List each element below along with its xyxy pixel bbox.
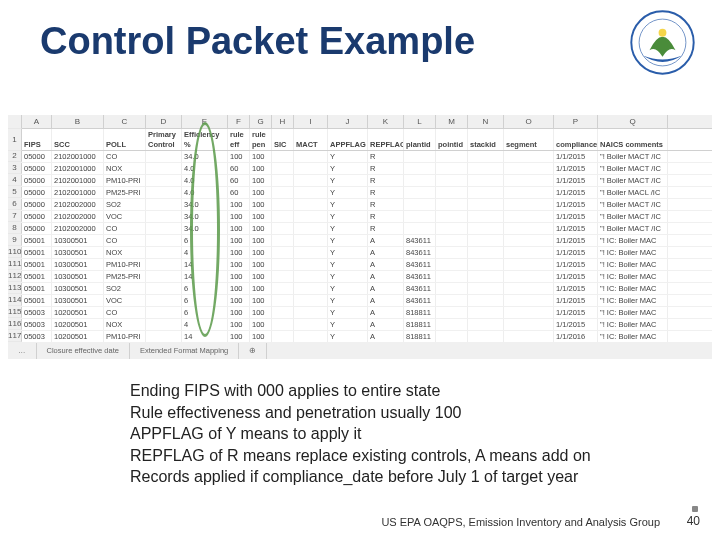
cell[interactable] bbox=[272, 223, 294, 234]
cell[interactable] bbox=[146, 187, 182, 198]
cell[interactable]: "! Boiler MACT /IC bbox=[598, 151, 668, 162]
cell[interactable]: CO bbox=[104, 223, 146, 234]
cell[interactable]: 2102002000 bbox=[52, 223, 104, 234]
cell[interactable]: Y bbox=[328, 307, 368, 318]
sheet-tab[interactable]: … bbox=[8, 343, 37, 359]
cell[interactable] bbox=[294, 199, 328, 210]
cell[interactable] bbox=[504, 295, 554, 306]
cell[interactable]: 34.0 bbox=[182, 199, 228, 210]
cell[interactable]: R bbox=[368, 151, 404, 162]
cell[interactable]: 05003 bbox=[22, 307, 52, 318]
cell[interactable]: 34.0 bbox=[182, 151, 228, 162]
cell[interactable]: 100 bbox=[228, 307, 250, 318]
cell[interactable]: 34.0 bbox=[182, 223, 228, 234]
sheet-tab[interactable]: Closure effective date bbox=[37, 343, 130, 359]
cell[interactable] bbox=[294, 271, 328, 282]
cell[interactable] bbox=[468, 199, 504, 210]
cell[interactable]: Y bbox=[328, 223, 368, 234]
cell[interactable]: 6 bbox=[182, 295, 228, 306]
header-cell[interactable]: MACT bbox=[294, 129, 328, 150]
cell[interactable]: 1/1/2015 bbox=[554, 307, 598, 318]
row-number[interactable]: 3 bbox=[8, 163, 22, 174]
cell[interactable]: 100 bbox=[228, 235, 250, 246]
cell[interactable]: 1/1/2015 bbox=[554, 319, 598, 330]
cell[interactable] bbox=[504, 331, 554, 342]
cell[interactable]: 100 bbox=[228, 259, 250, 270]
cell[interactable] bbox=[272, 235, 294, 246]
cell[interactable] bbox=[404, 163, 436, 174]
cell[interactable]: 100 bbox=[228, 199, 250, 210]
cell[interactable]: 1/1/2015 bbox=[554, 247, 598, 258]
cell[interactable]: 2102001000 bbox=[52, 163, 104, 174]
cell[interactable]: 100 bbox=[250, 319, 272, 330]
cell[interactable] bbox=[504, 235, 554, 246]
row-number[interactable]: 113 bbox=[8, 283, 22, 294]
cell[interactable]: A bbox=[368, 283, 404, 294]
cell[interactable] bbox=[436, 211, 468, 222]
cell[interactable] bbox=[294, 295, 328, 306]
cell[interactable]: Y bbox=[328, 319, 368, 330]
cell[interactable]: A bbox=[368, 295, 404, 306]
cell[interactable]: Y bbox=[328, 151, 368, 162]
cell[interactable]: 05000 bbox=[22, 199, 52, 210]
cell[interactable] bbox=[294, 259, 328, 270]
cell[interactable] bbox=[272, 199, 294, 210]
cell[interactable] bbox=[146, 163, 182, 174]
col-letter[interactable]: L bbox=[404, 115, 436, 128]
cell[interactable]: 10200501 bbox=[52, 307, 104, 318]
cell[interactable] bbox=[468, 319, 504, 330]
col-letter[interactable]: N bbox=[468, 115, 504, 128]
cell[interactable]: SO2 bbox=[104, 283, 146, 294]
col-letter[interactable]: K bbox=[368, 115, 404, 128]
cell[interactable]: 100 bbox=[250, 283, 272, 294]
cell[interactable]: R bbox=[368, 163, 404, 174]
cell[interactable]: "! Boiler MACL /IC bbox=[598, 187, 668, 198]
cell[interactable]: 1/1/2015 bbox=[554, 211, 598, 222]
header-cell[interactable]: POLL bbox=[104, 129, 146, 150]
cell[interactable] bbox=[294, 307, 328, 318]
cell[interactable]: PM10-PRI bbox=[104, 331, 146, 342]
cell[interactable]: 2102001000 bbox=[52, 187, 104, 198]
cell[interactable]: 10300501 bbox=[52, 235, 104, 246]
cell[interactable]: "! IC: Boiler MAC bbox=[598, 331, 668, 342]
cell[interactable] bbox=[504, 187, 554, 198]
cell[interactable]: 05000 bbox=[22, 175, 52, 186]
col-letter[interactable]: P bbox=[554, 115, 598, 128]
cell[interactable] bbox=[294, 247, 328, 258]
cell[interactable]: 100 bbox=[250, 175, 272, 186]
sheet-tab[interactable]: Extended Format Mapping bbox=[130, 343, 239, 359]
header-cell[interactable]: NAICS comments bbox=[598, 129, 668, 150]
cell[interactable]: PM25-PRI bbox=[104, 271, 146, 282]
cell[interactable]: 100 bbox=[228, 223, 250, 234]
cell[interactable]: 05003 bbox=[22, 319, 52, 330]
cell[interactable] bbox=[272, 283, 294, 294]
cell[interactable] bbox=[468, 247, 504, 258]
cell[interactable]: Y bbox=[328, 247, 368, 258]
cell[interactable] bbox=[404, 211, 436, 222]
cell[interactable] bbox=[294, 187, 328, 198]
cell[interactable] bbox=[272, 271, 294, 282]
cell[interactable]: 100 bbox=[228, 271, 250, 282]
cell[interactable]: "! IC: Boiler MAC bbox=[598, 259, 668, 270]
cell[interactable] bbox=[504, 319, 554, 330]
cell[interactable]: R bbox=[368, 199, 404, 210]
cell[interactable]: 60 bbox=[228, 163, 250, 174]
cell[interactable]: Y bbox=[328, 175, 368, 186]
cell[interactable] bbox=[436, 163, 468, 174]
cell[interactable]: 05000 bbox=[22, 187, 52, 198]
cell[interactable]: 05000 bbox=[22, 151, 52, 162]
cell[interactable] bbox=[436, 235, 468, 246]
cell[interactable] bbox=[468, 151, 504, 162]
cell[interactable]: 60 bbox=[228, 187, 250, 198]
cell[interactable]: 1/1/2015 bbox=[554, 295, 598, 306]
cell[interactable] bbox=[468, 187, 504, 198]
cell[interactable] bbox=[504, 259, 554, 270]
col-letter[interactable]: J bbox=[328, 115, 368, 128]
cell[interactable]: 2102001000 bbox=[52, 151, 104, 162]
cell[interactable] bbox=[468, 295, 504, 306]
cell[interactable] bbox=[294, 319, 328, 330]
cell[interactable]: 100 bbox=[228, 247, 250, 258]
col-letter[interactable]: O bbox=[504, 115, 554, 128]
cell[interactable]: Y bbox=[328, 199, 368, 210]
cell[interactable] bbox=[504, 271, 554, 282]
